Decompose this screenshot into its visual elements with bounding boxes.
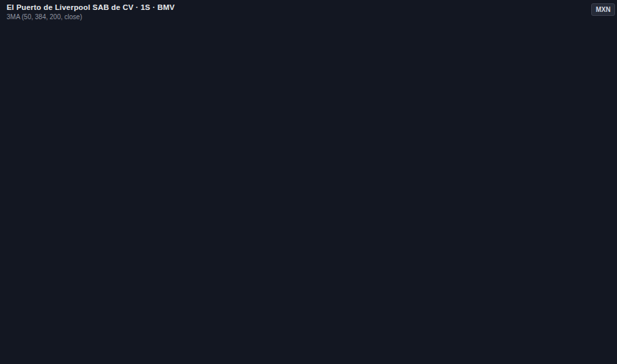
chart-legend: El Puerto de Liverpool SAB de CV · 1S · … xyxy=(7,3,175,21)
symbol-title: El Puerto de Liverpool SAB de CV · 1S · … xyxy=(7,3,175,11)
indicator-label: 3MA (50, 384, 200, close) xyxy=(7,13,175,21)
chart-window: El Puerto de Liverpool SAB de CV · 1S · … xyxy=(0,0,617,364)
currency-toggle-button[interactable]: MXN xyxy=(591,3,615,16)
